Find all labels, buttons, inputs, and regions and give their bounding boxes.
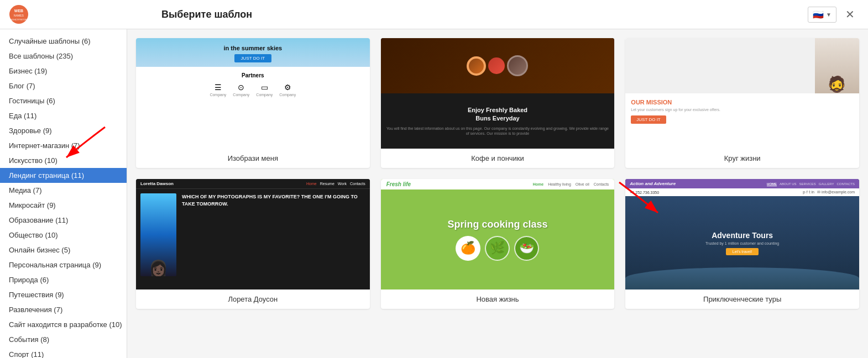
- adventure-nav-services: SERVICES: [799, 182, 816, 186]
- template-card-krug[interactable]: 🧔 OUR MISSION Let your customers sign up…: [625, 38, 859, 168]
- izobr-company-4: Company: [279, 93, 296, 97]
- page-title: Выберите шаблон: [161, 9, 252, 20]
- adventure-nav-home: HOME: [767, 182, 777, 186]
- loretta-nav-home: Home: [306, 182, 317, 186]
- template-card-adventure[interactable]: Action and Adventure HOME ABOUT US SERVI…: [625, 179, 859, 309]
- izobr-icon-3: ▭: [261, 83, 268, 92]
- krug-desc: Let your customers sign up for your excl…: [631, 107, 854, 112]
- fresh-circle-2: 🌿: [490, 241, 505, 255]
- adventure-btn-preview: Let's travel!: [726, 248, 759, 255]
- adventure-nav-gallery: GALLERY: [819, 182, 834, 186]
- sidebar-item-business[interactable]: Бизнес (19): [0, 64, 127, 78]
- loretta-nav-resume: Resume: [320, 182, 334, 186]
- main-content: Случайные шаблоны (6) Все шаблоны (235) …: [0, 29, 868, 358]
- template-card-kofe[interactable]: Enjoy Freshly BakedBuns Everyday You wil…: [381, 38, 615, 168]
- izobr-icon-2: ⊙: [238, 83, 244, 92]
- sidebar-item-sport[interactable]: Спорт (11): [0, 347, 127, 358]
- loretta-name-preview: Loretta Dawson: [140, 181, 174, 186]
- loretta-nav-contacts: Contacts: [350, 182, 365, 186]
- fresh-circle-3: 🥗: [519, 241, 534, 255]
- template-card-fresh[interactable]: Fresh life Home Healthy living Olive oil…: [381, 179, 615, 309]
- sidebar-item-art[interactable]: Искусство (10): [0, 153, 127, 168]
- template-preview-fresh: Fresh life Home Healthy living Olive oil…: [381, 179, 615, 289]
- sidebar-item-all[interactable]: Все шаблоны (235): [0, 49, 127, 64]
- fresh-brand-preview: Fresh life: [386, 181, 411, 187]
- header-right: 🇷🇺 ▼ ✕: [808, 6, 859, 23]
- flag-icon: 🇷🇺: [813, 9, 824, 20]
- sidebar-item-travel[interactable]: Путешествия (9): [0, 287, 127, 302]
- sidebar-item-education[interactable]: Образование (11): [0, 213, 127, 228]
- sidebar-item-personal[interactable]: Персональная страница (9): [0, 257, 127, 272]
- adventure-email: ✉ info@example.com: [817, 190, 855, 194]
- sidebar-item-entertainment[interactable]: Развлечения (7): [0, 302, 127, 317]
- adventure-nav-contacts: CONTACTS: [836, 182, 855, 186]
- sidebar-item-landing[interactable]: Лендинг страница (11): [0, 168, 127, 183]
- header: WEB NAMES КОНСТРУКТОР Выберите шаблон 🇷🇺…: [0, 0, 868, 29]
- sidebar-item-food[interactable]: Еда (11): [0, 108, 127, 123]
- izobr-icon-4: ⚙: [284, 83, 291, 92]
- krug-btn: JUST DO IT: [631, 115, 666, 124]
- svg-text:КОНСТРУКТОР: КОНСТРУКТОР: [11, 18, 27, 21]
- izobr-company-2: Company: [233, 93, 249, 97]
- template-name-kofe: Кофе и пончики: [381, 149, 615, 168]
- kofe-desc: You will find the latest information abo…: [386, 126, 609, 136]
- template-name-loretta: Лорета Доусон: [136, 289, 370, 309]
- sidebar: Случайные шаблоны (6) Все шаблоны (235) …: [0, 29, 127, 358]
- izobr-company-3: Company: [256, 93, 273, 97]
- template-card-izobr[interactable]: in the summer skies JUST DO IT Partners …: [136, 38, 370, 168]
- sidebar-item-events[interactable]: События (8): [0, 332, 127, 347]
- sidebar-item-wip[interactable]: Сайт находится в разработке (10): [0, 317, 127, 332]
- krug-mission: OUR MISSION: [631, 99, 854, 106]
- language-selector[interactable]: 🇷🇺 ▼: [808, 7, 836, 23]
- sidebar-item-microsite[interactable]: Микросайт (9): [0, 198, 127, 213]
- sidebar-item-random[interactable]: Случайные шаблоны (6): [0, 34, 127, 49]
- sidebar-item-nature[interactable]: Природа (6): [0, 272, 127, 287]
- sidebar-item-society[interactable]: Общество (10): [0, 228, 127, 243]
- fresh-nav-contacts: Contacts: [594, 182, 609, 186]
- template-name-izobr: Изобрази меня: [136, 149, 370, 168]
- sidebar-item-health[interactable]: Здоровье (9): [0, 123, 127, 138]
- adventure-sub-preview: Trusted by 1 million customer and counti…: [705, 241, 779, 245]
- fresh-nav-home: Home: [533, 182, 543, 186]
- svg-text:WEB: WEB: [14, 9, 23, 13]
- template-preview-izobr: in the summer skies JUST DO IT Partners …: [136, 38, 370, 149]
- logo: WEB NAMES КОНСТРУКТОР: [9, 4, 29, 24]
- sidebar-item-hotels[interactable]: Гостиницы (6): [0, 93, 127, 108]
- templates-grid: in the summer skies JUST DO IT Partners …: [136, 38, 859, 309]
- svg-text:NAMES: NAMES: [14, 14, 24, 17]
- template-preview-loretta: Loretta Dawson Home Resume Work Contacts…: [136, 179, 370, 289]
- loretta-nav-work: Work: [338, 182, 347, 186]
- sidebar-item-blog[interactable]: Блог (7): [0, 78, 127, 93]
- fresh-circle-1: 🍊: [461, 241, 475, 255]
- template-preview-krug: 🧔 OUR MISSION Let your customers sign up…: [625, 38, 859, 149]
- izobr-icon-1: ☰: [215, 83, 222, 92]
- header-left: WEB NAMES КОНСТРУКТОР Выберите шаблон: [9, 4, 252, 24]
- sidebar-item-media[interactable]: Медиа (7): [0, 183, 127, 198]
- adventure-phone: +1.252.736.3350: [630, 191, 659, 194]
- sidebar-item-shop[interactable]: Интернет-магазин (7): [0, 138, 127, 153]
- fresh-hero-title: Spring cooking class: [447, 219, 547, 230]
- sidebar-item-online-biz[interactable]: Онлайн бизнес (5): [0, 243, 127, 257]
- izobr-partners-title: Partners: [142, 72, 364, 78]
- template-name-fresh: Новая жизнь: [381, 289, 615, 309]
- adventure-nav-about: ABOUT US: [780, 182, 797, 186]
- loretta-quote: WHICH OF MY PHOTOGRAPHS IS MY FAVORITE? …: [182, 193, 365, 285]
- template-preview-kofe: Enjoy Freshly BakedBuns Everyday You wil…: [381, 38, 615, 149]
- kofe-title: Enjoy Freshly BakedBuns Everyday: [468, 106, 527, 123]
- template-preview-adventure: Action and Adventure HOME ABOUT US SERVI…: [625, 179, 859, 289]
- adventure-brand-preview: Action and Adventure: [630, 181, 676, 186]
- izobr-sky-text: in the summer skies: [142, 45, 364, 51]
- template-name-adventure: Приключенческие туры: [625, 289, 859, 309]
- template-card-loretta[interactable]: Loretta Dawson Home Resume Work Contacts…: [136, 179, 370, 309]
- template-name-krug: Круг жизни: [625, 149, 859, 168]
- templates-grid-area: in the summer skies JUST DO IT Partners …: [127, 29, 868, 358]
- close-button[interactable]: ✕: [841, 6, 859, 23]
- izobr-cta-btn: JUST DO IT: [234, 54, 271, 62]
- adventure-title-preview: Adventure Tours: [705, 231, 779, 240]
- izobr-company-1: Company: [210, 93, 226, 97]
- fresh-nav-healthy: Healthy living: [548, 182, 571, 186]
- logo-icon: WEB NAMES КОНСТРУКТОР: [9, 4, 29, 24]
- fresh-nav-olive: Olive oil: [576, 182, 589, 186]
- chevron-down-icon: ▼: [826, 12, 832, 18]
- adventure-social-icons: 𝕡 f 𝕥 in: [803, 190, 814, 194]
